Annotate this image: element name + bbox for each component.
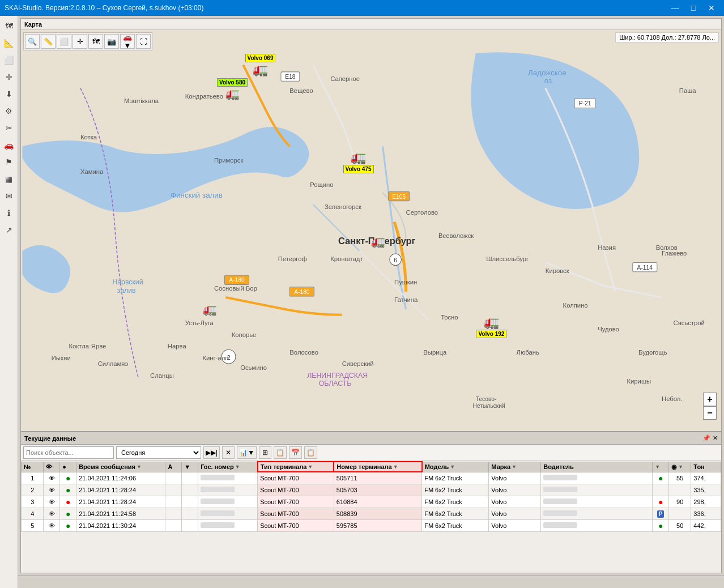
cell-ic2: 50 [669, 519, 691, 531]
svg-text:Паша: Паша [679, 87, 696, 94]
map-header: Карта [21, 19, 721, 30]
cell-eye: 👁 [44, 508, 60, 519]
sidebar-btn-download[interactable]: ⬇ [1, 86, 17, 102]
svg-text:Любань: Любань [517, 349, 540, 356]
filter-terminal-num-icon[interactable]: ▼ [393, 464, 398, 470]
eye-icon: 👁 [49, 487, 55, 493]
maximize-button[interactable]: □ [685, 0, 701, 16]
vehicle-marker-580[interactable]: Volvo 580 🚛 [217, 78, 248, 100]
col-header-plate[interactable]: Гос. номер ▼ [198, 462, 258, 472]
vehicle-marker-475[interactable]: 🚛 Volvo 475 [343, 150, 374, 173]
filter-ic2-icon[interactable]: ▼ [678, 464, 683, 470]
toolbar-btn-report[interactable]: 📋 [304, 446, 317, 459]
col-header-brand[interactable]: Марка ▼ [489, 462, 541, 472]
col-header-terminal-num[interactable]: Номер терминала ▼ [334, 462, 421, 472]
sidebar-btn-export[interactable]: ↗ [1, 222, 17, 238]
map-camera-btn[interactable]: 📷 [104, 34, 119, 49]
map-fullscreen-btn[interactable]: ⛶ [136, 34, 151, 49]
map-layers-btn[interactable]: 🗺 [88, 34, 103, 49]
vehicle-marker-narva[interactable]: 🚛 [203, 302, 217, 316]
vehicle-marker-192[interactable]: 🚛 Volvo 192 [476, 315, 506, 338]
status-icon1: ● [658, 521, 663, 530]
sidebar-btn-settings[interactable]: ⚙ [1, 103, 17, 119]
vehicle-marker-group[interactable]: 🚛 [371, 235, 385, 248]
vehicle-marker-069[interactable]: Volvo 069 🚛 [245, 54, 276, 77]
status-icon2: 90 [676, 498, 683, 505]
table-row[interactable]: 3 👁 ● 21.04.2021 11:28:24 Scout MT-700 6… [22, 496, 721, 508]
svg-text:A-180: A-180 [294, 289, 310, 295]
toolbar-btn-grid[interactable]: ⊞ [259, 446, 271, 459]
filter-terminal-type-icon[interactable]: ▼ [308, 464, 313, 470]
map-ruler-btn[interactable]: 📏 [41, 34, 56, 49]
col-header-f: ▼ [182, 462, 198, 472]
close-button[interactable]: ✕ [704, 0, 719, 16]
cell-a [165, 519, 182, 531]
filter-model-icon[interactable]: ▼ [450, 464, 455, 470]
cell-ton: 442, [691, 519, 721, 531]
col-header-time[interactable]: Время сообщения ▼ [76, 462, 165, 472]
svg-text:Шлиссельбург: Шлиссельбург [486, 255, 529, 262]
toolbar-btn-forward[interactable]: ▶▶| [203, 446, 220, 459]
vehicle-icon-192: 🚛 [484, 315, 499, 330]
filter-plate-icon[interactable]: ▼ [235, 464, 240, 470]
toolbar-btn-export-xls[interactable]: 📋 [274, 446, 287, 459]
cell-f [182, 472, 198, 484]
sidebar-btn-info[interactable]: ℹ [1, 205, 17, 221]
filter-time-icon[interactable]: ▼ [137, 464, 142, 470]
col-header-terminal-type[interactable]: Тип терминала ▼ [258, 462, 334, 472]
toolbar-btn-chart[interactable]: 📊▼ [237, 446, 257, 459]
driver-blurred [543, 498, 577, 504]
col-header-ic1[interactable]: ▼ [653, 462, 669, 472]
map-toolbar: 🔍 📏 ⬜ ✛ 🗺 📷 🚗▼ ⛶ [23, 32, 152, 50]
sidebar-btn-tools[interactable]: ✛ [1, 69, 17, 85]
svg-text:A-180: A-180 [229, 277, 245, 283]
vehicle-label-475: Volvo 475 [343, 165, 374, 173]
cell-terminal-type: Scout MT-700 [258, 496, 334, 508]
svg-text:ОБЛАСТЬ: ОБЛАСТЬ [319, 380, 352, 387]
sidebar-btn-checker[interactable]: ▦ [1, 171, 17, 187]
svg-text:Сосновый Бор: Сосновый Бор [214, 285, 257, 292]
svg-text:Сланцы: Сланцы [150, 372, 174, 379]
cell-plate [198, 472, 258, 484]
svg-text:Коктла-Ярве: Коктла-Ярве [69, 343, 106, 350]
col-header-dot: ● [60, 462, 76, 472]
search-input[interactable] [23, 446, 114, 459]
minimize-button[interactable]: — [667, 0, 683, 16]
sidebar: 🗺 📐 ⬜ ✛ ⬇ ⚙ ✂ 🚗 ⚑ ▦ ✉ ℹ ↗ [0, 16, 18, 588]
table-row[interactable]: 4 👁 ● 21.04.2021 11:24:58 Scout MT-700 5… [22, 508, 721, 519]
sidebar-btn-route[interactable]: 📐 [1, 35, 17, 51]
svg-text:Чудово: Чудово [598, 326, 619, 333]
cell-plate [198, 496, 258, 508]
table-row[interactable]: 2 👁 ● 21.04.2021 11:28:24 Scout MT-700 5… [22, 484, 721, 496]
sidebar-btn-flag[interactable]: ⚑ [1, 154, 17, 170]
date-select[interactable]: Сегодня [116, 446, 201, 459]
table-row[interactable]: 5 👁 ● 21.04.2021 11:30:24 Scout MT-700 5… [22, 519, 721, 531]
sidebar-btn-track[interactable]: 🚗 [1, 137, 17, 153]
toolbar-btn-calendar[interactable]: 📅 [289, 446, 302, 459]
filter-brand-icon[interactable]: ▼ [512, 464, 517, 470]
col-header-model[interactable]: Модель ▼ [422, 462, 489, 472]
cell-time: 21.04.2021 11:24:58 [76, 508, 165, 519]
close-panel-icon[interactable]: ✕ [713, 434, 718, 442]
status-dot: ● [66, 521, 70, 530]
svg-text:Кронштадт: Кронштадт [330, 255, 363, 262]
table-row[interactable]: 1 👁 ● 21.04.2021 11:24:06 Scout MT-700 5… [22, 472, 721, 484]
toolbar-btn-stop[interactable]: ✕ [222, 446, 235, 459]
map-crosshair-btn[interactable]: ✛ [73, 34, 87, 49]
filter-ic1-icon[interactable]: ▼ [655, 464, 660, 470]
sidebar-btn-area[interactable]: ⬜ [1, 52, 17, 68]
eye-icon: 👁 [49, 475, 55, 482]
map-search-btn[interactable]: 🔍 [25, 34, 40, 49]
col-header-ic2[interactable]: ◉ ▼ [669, 462, 691, 472]
zoom-out-btn[interactable]: − [703, 406, 717, 420]
sidebar-btn-edit[interactable]: ✂ [1, 120, 17, 136]
map-title: Карта [24, 21, 42, 28]
sidebar-btn-mail[interactable]: ✉ [1, 188, 17, 204]
zoom-in-btn[interactable]: + [703, 393, 717, 406]
data-table-container[interactable]: № 👁 ● Время сообщения ▼ A ▼ Гос. номер ▼… [21, 461, 721, 573]
map-select-btn[interactable]: ⬜ [57, 34, 71, 49]
map-vehicle-btn[interactable]: 🚗▼ [120, 34, 135, 49]
map-canvas[interactable]: E18 E105 A-180 A-180 P-21 A-114 2 6 [21, 30, 721, 431]
sidebar-btn-layers[interactable]: 🗺 [1, 18, 17, 34]
driver-blurred [543, 522, 577, 528]
